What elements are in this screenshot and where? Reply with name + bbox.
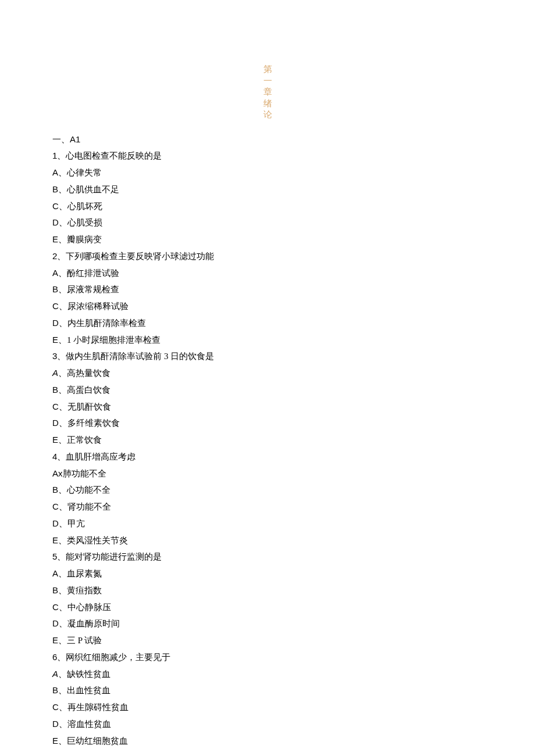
- question-text: 6、网织红细胞减少，主要见于: [52, 649, 483, 666]
- option-letter: A: [52, 167, 58, 177]
- option: B、心肌供血不足: [52, 181, 483, 198]
- option-letter: C: [52, 201, 59, 211]
- option-text: 、缺铁性贫血: [58, 669, 110, 679]
- option-text: 、酚红排泄试验: [58, 268, 119, 278]
- question: 4、血肌肝增高应考虑Ax肺功能不全B、心功能不全C、肾功能不全D、甲亢E、类风湿…: [52, 449, 483, 549]
- question-stem: 、血肌肝增高应考虑: [57, 452, 135, 461]
- option: B、心功能不全: [52, 482, 483, 499]
- option-letter: C: [52, 301, 59, 311]
- option-letter: A: [52, 368, 58, 378]
- chapter-title-line: 第: [52, 64, 483, 76]
- option: E、正常饮食: [52, 432, 483, 449]
- question-stem: 、心电图检查不能反映的是: [57, 151, 162, 160]
- option-letter: B: [52, 685, 58, 695]
- option: A、血尿素氮: [52, 565, 483, 582]
- option-letter: E: [52, 635, 58, 645]
- option-text: 、瓣膜病变: [58, 235, 102, 244]
- option-text: 、内生肌酐清除率检查: [59, 318, 146, 328]
- option: E、巨幼红细胞贫血: [52, 733, 483, 750]
- chapter-title-line: 绪: [52, 98, 483, 110]
- option: D、甲亢: [52, 515, 483, 532]
- option: B、高蛋白饮食: [52, 382, 483, 399]
- option-text: 、甲亢: [59, 519, 85, 528]
- option: E、三 P 试验: [52, 632, 483, 649]
- option: C、中心静脉压: [52, 599, 483, 616]
- option-letter: E: [52, 535, 58, 545]
- option-text: 、血尿素氮: [58, 569, 102, 578]
- option: E、1 小时尿细胞排泄率检查: [52, 332, 483, 349]
- section-label: 一、A1: [52, 131, 483, 148]
- section-label-code: A1: [70, 134, 80, 144]
- option-text: 、三 P 试验: [58, 636, 102, 645]
- option-text: 、高热量饮食: [58, 368, 110, 378]
- option-text: 、凝血酶原时间: [59, 619, 120, 628]
- question-text: 4、血肌肝增高应考虑: [52, 449, 483, 465]
- option-letter: D: [52, 518, 59, 528]
- chapter-title: 第 一 章 绪 论: [52, 64, 483, 121]
- question: 6、网织红细胞减少，主要见于A、缺铁性贫血B、出血性贫血C、再生隙碍性贫血D、溶…: [52, 649, 483, 750]
- option-text: 、溶血性贫血: [59, 719, 111, 729]
- option-text: 、无肌酐饮食: [59, 402, 111, 411]
- document-page: 第 一 章 绪 论 一、A1 1、心电图检查不能反映的是A、心律失常B、心肌供血…: [0, 0, 535, 756]
- option-letter: B: [52, 184, 58, 194]
- question: 1、心电图检查不能反映的是A、心律失常B、心肌供血不足C、心肌坏死D、心肌受损E…: [52, 148, 483, 248]
- option-text: 、尿液常规检查: [58, 285, 119, 294]
- question-text: 3、做内生肌酐清除率试验前 3 日的饮食是: [52, 348, 483, 365]
- option-text: 、心肌受损: [59, 218, 102, 227]
- option-text: 肺功能不全: [63, 469, 106, 478]
- option-letter: A: [52, 268, 58, 278]
- option-letter: C: [52, 501, 59, 511]
- question: 5、能对肾功能进行监测的是A、血尿素氮B、黄疸指数C、中心静脉压D、凝血酶原时间…: [52, 549, 483, 649]
- option-letter: B: [52, 585, 58, 595]
- option-text: 、尿浓缩稀释试验: [59, 302, 129, 311]
- option-letter: A: [52, 669, 58, 679]
- option: C、无肌酐饮食: [52, 399, 483, 415]
- option-text: 、出血性贫血: [58, 686, 110, 695]
- option: E、类风湿性关节炎: [52, 532, 483, 549]
- option-text: 、肾功能不全: [59, 502, 111, 511]
- option-letter: D: [52, 618, 59, 628]
- questions-container: 1、心电图检查不能反映的是A、心律失常B、心肌供血不足C、心肌坏死D、心肌受损E…: [52, 148, 483, 749]
- option: B、尿液常规检查: [52, 281, 483, 298]
- question-stem: 、网织红细胞减少，主要见于: [57, 653, 170, 662]
- option-letter: E: [52, 435, 58, 445]
- option: A、心律失常: [52, 164, 483, 181]
- option: D、溶血性贫血: [52, 716, 483, 733]
- option-letter: E: [52, 736, 58, 746]
- option: A、酚红排泄试验: [52, 265, 483, 282]
- question-text: 5、能对肾功能进行监测的是: [52, 549, 483, 565]
- option-letter: B: [52, 485, 58, 495]
- option-text: 、正常饮食: [58, 435, 102, 445]
- option: C、心肌坏死: [52, 198, 483, 215]
- option: C、尿浓缩稀释试验: [52, 298, 483, 315]
- option-text: 、高蛋白饮食: [58, 385, 110, 395]
- option: Ax肺功能不全: [52, 465, 483, 482]
- option-text: 、心功能不全: [58, 485, 110, 495]
- option: D、凝血酶原时间: [52, 615, 483, 632]
- chapter-title-line: 章: [52, 87, 483, 98]
- chapter-title-line: 论: [52, 109, 483, 121]
- option-letter: D: [52, 418, 59, 428]
- option: B、出血性贫血: [52, 682, 483, 699]
- option-letter: E: [52, 234, 58, 244]
- option: A、缺铁性贫血: [52, 666, 483, 683]
- question: 3、做内生肌酐清除率试验前 3 日的饮食是A、高热量饮食B、高蛋白饮食C、无肌酐…: [52, 348, 483, 449]
- question-stem: 、能对肾功能进行监测的是: [57, 552, 162, 561]
- question: 2、下列哪项检查主要反映肾小球滤过功能A、酚红排泄试验B、尿液常规检查C、尿浓缩…: [52, 248, 483, 349]
- option-text: 、心肌供血不足: [58, 185, 119, 194]
- option: D、内生肌酐清除率检查: [52, 315, 483, 332]
- option: C、再生隙碍性贫血: [52, 699, 483, 716]
- option-letter: C: [52, 402, 59, 411]
- question-stem: 、做内生肌酐清除率试验前 3 日的饮食是: [57, 352, 214, 361]
- option: D、多纤维素饮食: [52, 415, 483, 432]
- option-text: 、巨幼红细胞贫血: [58, 736, 128, 746]
- option: C、肾功能不全: [52, 499, 483, 515]
- section-label-prefix: 一、: [52, 135, 70, 144]
- option-letter: C: [52, 602, 59, 612]
- option-letter: B: [52, 284, 58, 294]
- option-text: 、黄疸指数: [58, 586, 102, 595]
- option-text: 、类风湿性关节炎: [58, 536, 128, 545]
- question-stem: 、下列哪项检查主要反映肾小球滤过功能: [57, 252, 214, 261]
- option-letter: D: [52, 318, 59, 328]
- option-text: 、中心静脉压: [59, 603, 111, 612]
